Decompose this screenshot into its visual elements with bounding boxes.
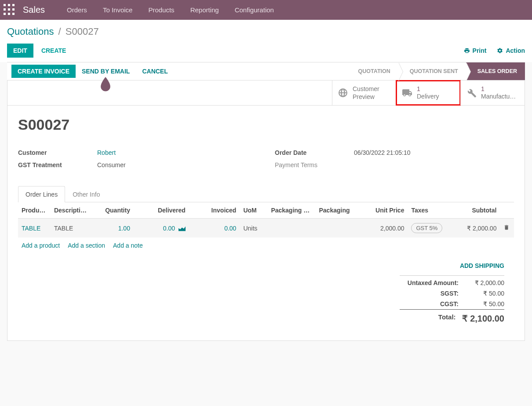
menu-products[interactable]: Products: [140, 6, 182, 14]
line-unit-price: 2,000.00: [361, 219, 408, 238]
trash-icon: [503, 224, 510, 230]
untaxed-value: ₹ 2,000.00: [465, 279, 504, 286]
print-icon: [464, 48, 470, 54]
col-description[interactable]: Descripti…: [51, 202, 92, 219]
status-step-sales-order[interactable]: SALES ORDER: [466, 62, 525, 80]
top-nav: Sales Orders To Invoice Products Reporti…: [0, 0, 532, 20]
cancel-button[interactable]: CANCEL: [136, 68, 174, 75]
create-invoice-button[interactable]: CREATE INVOICE: [11, 65, 76, 78]
col-invoiced[interactable]: Invoiced: [189, 202, 240, 219]
summary-panel: ADD SHIPPING Untaxed Amount: ₹ 2,000.00 …: [400, 253, 514, 330]
status-step-quotation[interactable]: QUOTATION: [347, 62, 398, 80]
send-by-email-button[interactable]: SEND BY EMAIL: [76, 68, 136, 75]
total-label: Total:: [400, 313, 462, 324]
gst-label: GST Treatment: [18, 161, 97, 168]
sheet-wrap: Customer Preview 1 Delivery 1 Manufactu…: [0, 80, 532, 354]
delivery-count: 1: [417, 85, 439, 92]
right-actions: Print Action: [464, 47, 525, 54]
add-shipping-button[interactable]: ADD SHIPPING: [400, 262, 504, 269]
manufacturing-button[interactable]: 1 Manufactu…: [460, 80, 525, 105]
col-subtotal[interactable]: Subtotal: [449, 202, 500, 219]
add-product-link[interactable]: Add a product: [22, 242, 60, 249]
line-packaging-q: [267, 219, 315, 238]
col-delivered[interactable]: Delivered: [134, 202, 189, 219]
line-packaging: [315, 219, 361, 238]
menu-reporting[interactable]: Reporting: [182, 6, 227, 14]
line-quantity[interactable]: 1.00: [92, 219, 133, 238]
order-lines-table: Produ… Descripti… Quantity Delivered Inv…: [18, 202, 514, 253]
action-row: EDIT CREATE Print Action: [7, 44, 525, 58]
col-packaging[interactable]: Packaging: [315, 202, 361, 219]
add-row: Add a product Add a section Add a note: [18, 238, 514, 253]
order-date-value: 06/30/2022 21:05:10: [354, 149, 410, 156]
status-actions: CREATE INVOICE SEND BY EMAIL CANCEL: [7, 62, 174, 80]
sgst-label: SGST:: [400, 290, 465, 297]
line-description: TABLE: [51, 219, 92, 238]
app-name[interactable]: Sales: [23, 5, 45, 15]
payment-terms-label: Payment Terms: [275, 161, 354, 168]
left-actions: EDIT CREATE: [7, 44, 66, 58]
tab-other-info[interactable]: Other Info: [65, 186, 107, 202]
line-subtotal: ₹ 2,000.00: [449, 219, 500, 238]
chart-icon: [179, 226, 186, 231]
total-value: ₹ 2,100.00: [462, 313, 504, 324]
delivery-label: Delivery: [417, 92, 439, 100]
cgst-value: ₹ 50.00: [465, 300, 504, 307]
order-date-label: Order Date: [275, 149, 354, 156]
cgst-label: CGST:: [400, 300, 465, 307]
add-note-link[interactable]: Add a note: [113, 242, 143, 249]
customer-value[interactable]: Robert: [97, 149, 116, 156]
breadcrumb-root[interactable]: Quotations: [7, 26, 54, 37]
sub-header: Quotations / S00027 EDIT CREATE Print Ac…: [0, 20, 532, 62]
line-taxes: GST 5%: [408, 219, 449, 238]
globe-icon: [338, 88, 348, 98]
order-fields: Customer Robert GST Treatment Consumer O…: [18, 149, 514, 174]
print-button[interactable]: Print: [464, 47, 487, 54]
line-delivered[interactable]: 0.00: [134, 219, 189, 238]
menu-to-invoice[interactable]: To Invoice: [95, 6, 141, 14]
line-invoiced: 0.00: [189, 219, 240, 238]
wrench-icon: [466, 88, 477, 98]
fields-left: Customer Robert GST Treatment Consumer: [18, 149, 257, 174]
untaxed-label: Untaxed Amount:: [400, 279, 465, 286]
menu-configuration[interactable]: Configuration: [227, 6, 282, 14]
col-unit-price[interactable]: Unit Price: [361, 202, 408, 219]
create-button[interactable]: CREATE: [41, 47, 66, 54]
customer-preview-line1: Customer: [353, 85, 379, 93]
line-uom: Units: [240, 219, 267, 238]
menu-orders[interactable]: Orders: [59, 6, 95, 14]
breadcrumb: Quotations / S00027: [7, 26, 525, 37]
col-quantity[interactable]: Quantity: [92, 202, 133, 219]
gst-value: Consumer: [97, 161, 126, 168]
col-delete: [500, 202, 514, 219]
breadcrumb-leaf: S00027: [66, 26, 99, 37]
action-label: Action: [506, 47, 525, 54]
manufacturing-label: Manufactu…: [481, 92, 516, 100]
add-section-link[interactable]: Add a section: [68, 242, 105, 249]
stat-boxes: Customer Preview 1 Delivery 1 Manufactu…: [7, 80, 525, 106]
table-row[interactable]: TABLE TABLE 1.00 0.00 0.00 Units 2,000.0…: [18, 219, 514, 238]
sheet-body: S00027 Customer Robert GST Treatment Con…: [7, 106, 525, 340]
col-uom[interactable]: UoM: [240, 202, 267, 219]
apps-icon[interactable]: [4, 4, 16, 16]
customer-preview-button[interactable]: Customer Preview: [332, 80, 396, 105]
status-bar: CREATE INVOICE SEND BY EMAIL CANCEL QUOT…: [7, 62, 525, 80]
line-product[interactable]: TABLE: [18, 219, 51, 238]
tab-order-lines[interactable]: Order Lines: [18, 186, 65, 202]
order-number: S00027: [18, 116, 514, 133]
fields-right: Order Date 06/30/2022 21:05:10 Payment T…: [275, 149, 514, 174]
status-flow: QUOTATION QUOTATION SENT SALES ORDER: [347, 62, 525, 80]
status-step-quotation-sent[interactable]: QUOTATION SENT: [398, 62, 466, 80]
col-packaging-q[interactable]: Packaging …: [267, 202, 315, 219]
col-taxes[interactable]: Taxes: [408, 202, 449, 219]
droplet-icon: [100, 77, 111, 90]
print-label: Print: [473, 47, 487, 54]
gear-icon: [497, 48, 503, 54]
customer-label: Customer: [18, 149, 97, 156]
delivery-button[interactable]: 1 Delivery: [396, 80, 460, 105]
action-button[interactable]: Action: [497, 47, 525, 54]
breadcrumb-sep: /: [58, 26, 61, 37]
edit-button[interactable]: EDIT: [7, 44, 33, 58]
col-product[interactable]: Produ…: [18, 202, 51, 219]
line-delete-button[interactable]: [500, 219, 514, 238]
